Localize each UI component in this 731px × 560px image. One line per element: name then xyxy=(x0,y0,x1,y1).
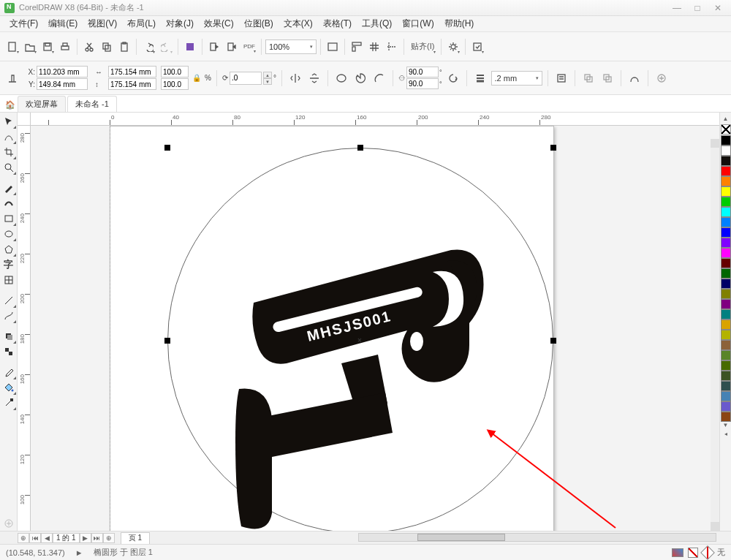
height-input[interactable] xyxy=(108,78,156,90)
connector-tool[interactable] xyxy=(1,309,16,323)
swatch-6[interactable] xyxy=(721,197,731,207)
rotation-spinner[interactable]: ▲▼ xyxy=(263,72,272,85)
show-rulers-button[interactable] xyxy=(349,39,365,55)
page-last-button[interactable]: ⏭ xyxy=(91,533,103,543)
wrap-text-button[interactable] xyxy=(553,70,569,86)
menu-object[interactable]: 对象(J) xyxy=(161,15,199,32)
palette-scroll-up[interactable]: ▲ xyxy=(720,116,731,124)
swatch-0[interactable] xyxy=(721,135,731,145)
swatch-20[interactable] xyxy=(721,340,731,350)
swatch-21[interactable] xyxy=(721,350,731,360)
quick-customize-button[interactable] xyxy=(654,70,670,86)
swatch-2[interactable] xyxy=(721,156,731,166)
tab-welcome[interactable]: 欢迎屏幕 xyxy=(18,96,66,112)
arc-mode-button[interactable] xyxy=(371,70,387,86)
import-button[interactable] xyxy=(206,39,222,55)
selection-handle-ne[interactable] xyxy=(550,145,556,151)
swatch-11[interactable] xyxy=(721,248,731,258)
show-grid-button[interactable] xyxy=(366,39,382,55)
menu-effect[interactable]: 效果(C) xyxy=(199,15,239,32)
selection-handle-n[interactable] xyxy=(357,145,363,151)
new-button[interactable] xyxy=(4,39,20,55)
quick-customize-toolbox[interactable] xyxy=(1,516,16,531)
publish-pdf-button[interactable]: PDF xyxy=(241,39,257,55)
lock-ratio-button[interactable]: 🔒 xyxy=(192,67,202,90)
zoom-combo[interactable]: 100%▾ xyxy=(265,39,317,54)
swatch-23[interactable] xyxy=(721,371,731,381)
swatch-3[interactable] xyxy=(721,166,731,176)
mirror-h-button[interactable] xyxy=(287,70,303,86)
front-of-layer-button[interactable] xyxy=(580,70,596,86)
outline-tool[interactable] xyxy=(1,396,16,410)
x-position-input[interactable] xyxy=(37,66,88,77)
swatch-22[interactable] xyxy=(721,360,731,371)
options-button[interactable] xyxy=(445,39,461,55)
vertical-scrollbar[interactable] xyxy=(711,139,719,531)
width-input[interactable] xyxy=(108,66,156,77)
palette-scroll-down[interactable]: ▼ xyxy=(720,422,731,431)
end-angle-input[interactable] xyxy=(406,78,439,89)
swatch-9[interactable] xyxy=(721,227,731,238)
menu-file[interactable]: 文件(F) xyxy=(4,15,43,32)
page-tab-1[interactable]: 页 1 xyxy=(121,532,150,544)
outline-width-combo[interactable]: .2 mm▾ xyxy=(491,71,542,86)
menu-bitmap[interactable]: 位图(B) xyxy=(239,15,279,32)
rectangle-tool[interactable] xyxy=(1,211,16,226)
menu-edit[interactable]: 编辑(E) xyxy=(43,15,83,32)
swatch-18[interactable] xyxy=(721,319,731,330)
swatch-10[interactable] xyxy=(721,238,731,248)
swatch-16[interactable] xyxy=(721,299,731,309)
text-tool[interactable]: 字 xyxy=(1,257,16,272)
page-first-button[interactable]: ⏮ xyxy=(29,533,41,543)
tab-document[interactable]: 未命名 -1 xyxy=(67,96,117,112)
swatch-4[interactable] xyxy=(721,176,731,186)
selection-handle-nw[interactable] xyxy=(164,145,170,151)
menu-text[interactable]: 文本(X) xyxy=(279,15,318,32)
swatch-5[interactable] xyxy=(721,186,731,197)
ellipse-tool[interactable] xyxy=(1,227,16,241)
shape-tool[interactable] xyxy=(1,129,16,144)
artistic-media-tool[interactable] xyxy=(1,196,16,211)
ellipse-mode-button[interactable] xyxy=(333,70,349,86)
menu-layout[interactable]: 布局(L) xyxy=(122,15,161,32)
swatch-none[interactable] xyxy=(721,124,731,135)
snap-dropdown[interactable]: 贴齐(I) xyxy=(408,39,437,55)
menu-view[interactable]: 视图(V) xyxy=(83,15,122,32)
y-position-input[interactable] xyxy=(37,78,88,90)
pick-tool[interactable] xyxy=(1,114,16,129)
app-launcher-button[interactable] xyxy=(469,39,485,55)
undo-button[interactable] xyxy=(140,39,156,55)
fullscreen-preview-button[interactable] xyxy=(325,39,341,55)
horizontal-ruler[interactable]: 04080120160200240280 xyxy=(31,113,719,126)
swatch-17[interactable] xyxy=(721,309,731,319)
menu-table[interactable]: 表格(T) xyxy=(318,15,357,32)
canvas-area[interactable]: 04080120160200240280 2802602402202001801… xyxy=(18,113,719,531)
swatch-7[interactable] xyxy=(721,207,731,217)
transparency-tool[interactable] xyxy=(1,344,16,359)
polygon-tool[interactable] xyxy=(1,242,16,257)
freehand-tool[interactable] xyxy=(1,181,16,195)
convert-curves-button[interactable] xyxy=(626,70,643,86)
copy-button[interactable] xyxy=(99,39,115,55)
page-next-button[interactable]: ▶ xyxy=(80,533,91,543)
swatch-13[interactable] xyxy=(721,268,731,279)
home-icon[interactable]: 🏠 xyxy=(3,97,18,112)
viewport[interactable]: × xyxy=(31,126,719,531)
redo-button[interactable] xyxy=(158,39,174,55)
save-button[interactable] xyxy=(39,39,56,55)
swatch-1[interactable] xyxy=(721,145,731,156)
rotation-input[interactable] xyxy=(230,72,262,85)
swatch-26[interactable] xyxy=(721,401,731,412)
pie-mode-button[interactable] xyxy=(352,70,368,86)
drop-shadow-tool[interactable] xyxy=(1,329,16,344)
show-guides-button[interactable] xyxy=(384,39,400,55)
menu-tools[interactable]: 工具(Q) xyxy=(357,15,397,32)
selection-handle-e[interactable] xyxy=(550,338,556,344)
swatch-15[interactable] xyxy=(721,289,731,299)
export-button[interactable] xyxy=(224,39,240,55)
print-button[interactable] xyxy=(57,39,73,55)
menu-help[interactable]: 帮助(H) xyxy=(439,15,480,32)
selection-handle-w[interactable] xyxy=(164,338,170,344)
swatch-25[interactable] xyxy=(721,391,731,401)
direction-button[interactable] xyxy=(445,70,461,86)
